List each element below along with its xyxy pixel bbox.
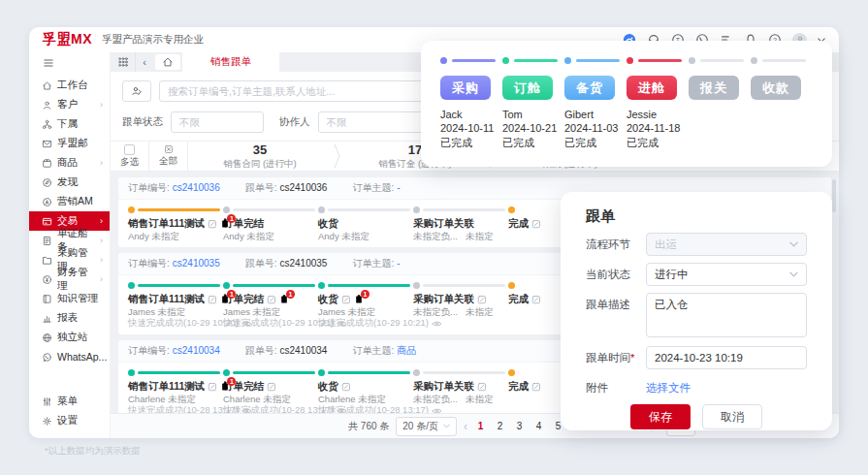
sidebar-item-finance[interactable]: 财务管理›: [29, 269, 110, 289]
sidebar-item-reports[interactable]: 报表: [29, 308, 110, 328]
workflow-stage-badge[interactable]: 收款: [751, 76, 801, 100]
coin-icon: [42, 274, 52, 285]
sidebar-item-discover[interactable]: 发现: [29, 173, 110, 192]
form-title: 跟单: [586, 207, 807, 226]
demo-data-footnote: *以上数据均为演示数据: [45, 445, 141, 458]
status-label: 当前状态: [586, 263, 646, 282]
edit-icon[interactable]: [477, 382, 487, 392]
edit-icon[interactable]: [267, 382, 276, 392]
multi-select-cell[interactable]: 多选: [111, 142, 149, 171]
tab-sales-tracking[interactable]: 销售跟单: [182, 52, 279, 72]
scrollbar-thumb[interactable]: [832, 179, 836, 212]
sidebar-item-menu[interactable]: 菜单: [29, 392, 110, 411]
workflow-stage-badge[interactable]: 订舱: [502, 76, 553, 100]
timeline-step: 销售订单111测试1 Charlene 未指定 快速完成成功(10-28 13:…: [128, 367, 223, 413]
prev-page-icon[interactable]: ‹: [464, 420, 467, 433]
page-number[interactable]: 4: [532, 421, 545, 431]
followup-form-overlay: 跟单 流程环节 出运 当前状态 进行中 跟单描述 已入仓 跟单时间* 附件 选择…: [561, 192, 832, 430]
user-icon: [42, 100, 52, 111]
edit-icon[interactable]: [531, 382, 541, 392]
box-icon: [42, 158, 52, 169]
sidebar-item-knowledge[interactable]: 知识管理: [29, 289, 110, 308]
order-no-link[interactable]: cs2410034: [173, 345, 220, 356]
chevron-down-icon: [789, 241, 798, 247]
edit-icon[interactable]: [341, 295, 351, 304]
workflow-stage-badge[interactable]: 备货: [564, 76, 615, 100]
sidebar: 工作台 客户› 下属 孚盟邮 商品› 发现 营销AM 交易› 单证船务› 采购管…: [29, 52, 111, 438]
choose-file-link[interactable]: 选择文件: [646, 376, 691, 396]
timeline-step: 收货 Andy 未指定: [318, 205, 413, 241]
edit-icon[interactable]: [208, 382, 217, 392]
workflow-stage-badge[interactable]: 采购: [440, 76, 491, 100]
sidebar-item-marketing-am[interactable]: 营销AM: [29, 192, 110, 211]
clipboard-icon[interactable]: 1: [220, 218, 230, 229]
multi-select-checkbox[interactable]: [124, 144, 135, 155]
page-number[interactable]: 3: [513, 421, 526, 431]
edit-icon[interactable]: [267, 295, 276, 304]
apps-grid-icon[interactable]: [111, 52, 136, 72]
save-button[interactable]: 保存: [630, 404, 691, 429]
stage-select[interactable]: 出运: [646, 233, 807, 256]
saved-filter-icon[interactable]: [122, 80, 151, 102]
sidebar-item-subordinates[interactable]: 下属: [29, 114, 110, 134]
tab-back-icon[interactable]: ‹: [136, 52, 153, 72]
clipboard-icon[interactable]: 1: [279, 294, 289, 304]
cancel-button[interactable]: 取消: [702, 404, 762, 429]
clipboard-icon[interactable]: 1: [220, 381, 230, 392]
page-number[interactable]: 1: [474, 421, 487, 431]
sidebar-item-workbench[interactable]: 工作台: [29, 76, 110, 95]
document-icon: [42, 236, 52, 246]
company-name: 孚盟产品演示专用企业: [102, 33, 204, 47]
tab-home-icon[interactable]: [155, 54, 180, 70]
search-input[interactable]: [159, 80, 450, 102]
edit-icon[interactable]: [477, 295, 487, 304]
org-icon: [42, 119, 52, 130]
workflow-stage-badge[interactable]: 报关: [689, 76, 739, 100]
time-input[interactable]: [646, 346, 807, 369]
edit-icon[interactable]: [208, 295, 217, 304]
timeline-step: 收货1 James 未指定 快速完成成功(10-29 10:21): [318, 280, 413, 329]
step-dot: [128, 206, 135, 213]
clipboard-icon[interactable]: 1: [354, 294, 364, 304]
sliders-icon: [42, 396, 52, 407]
timeline-step: 订单完结 Andy 未指定: [223, 205, 318, 241]
order-no-link[interactable]: cs2410036: [173, 182, 220, 193]
total-count: 共 760 条: [348, 420, 389, 433]
status-filter-input[interactable]: [171, 111, 264, 133]
am-circle-icon: [42, 197, 52, 207]
description-textarea[interactable]: 已入仓: [646, 293, 807, 337]
timeline-step: 订单完结 Charlene 未指定 快速完成成功(10-28 13:17): [223, 367, 318, 413]
required-asterisk: *: [630, 352, 634, 364]
sidebar-item-products[interactable]: 商品›: [29, 153, 110, 173]
timeline-step: 完成: [508, 280, 566, 329]
compass-icon: [42, 177, 52, 188]
timeline-step: 订单完结1 James 未指定 快速完成成功(10-29 10:21): [223, 280, 318, 329]
clipboard-icon[interactable]: 1: [220, 294, 230, 304]
sidebar-item-site[interactable]: 独立站: [29, 328, 110, 347]
stat-separator-icon: [332, 142, 343, 171]
page-size-select[interactable]: 20 条/页: [396, 417, 457, 436]
sidebar-item-whatsapp[interactable]: WhatsAp...›: [29, 347, 110, 366]
sidebar-collapse-button[interactable]: [29, 54, 110, 76]
sidebar-item-settings[interactable]: 设置: [29, 411, 110, 430]
select-all-cell[interactable]: 全部: [149, 142, 188, 171]
order-subject[interactable]: -: [397, 258, 400, 269]
order-subject[interactable]: 商品: [397, 345, 416, 356]
order-subject[interactable]: -: [397, 182, 400, 193]
workflow-line: [452, 59, 496, 62]
edit-icon[interactable]: [341, 382, 351, 392]
sidebar-item-mail[interactable]: 孚盟邮: [29, 134, 110, 153]
attachment-label: 附件: [586, 376, 646, 396]
stat-sales-contract[interactable]: 35销售合同 (进行中): [188, 142, 332, 171]
page-number[interactable]: 2: [494, 421, 506, 431]
workflow-step: 报关: [689, 56, 751, 167]
timeline-step: 完成: [508, 367, 566, 413]
timeline-step: 采购订单关联 未指定负...未指定: [413, 280, 508, 329]
edit-icon[interactable]: [208, 219, 217, 229]
edit-icon[interactable]: [531, 219, 541, 229]
edit-icon[interactable]: [531, 295, 541, 304]
sidebar-item-customers[interactable]: 客户›: [29, 95, 110, 114]
workflow-stage-badge[interactable]: 进舱: [627, 76, 677, 100]
status-select[interactable]: 进行中: [646, 263, 807, 286]
order-no-link[interactable]: cs2410035: [173, 258, 220, 269]
